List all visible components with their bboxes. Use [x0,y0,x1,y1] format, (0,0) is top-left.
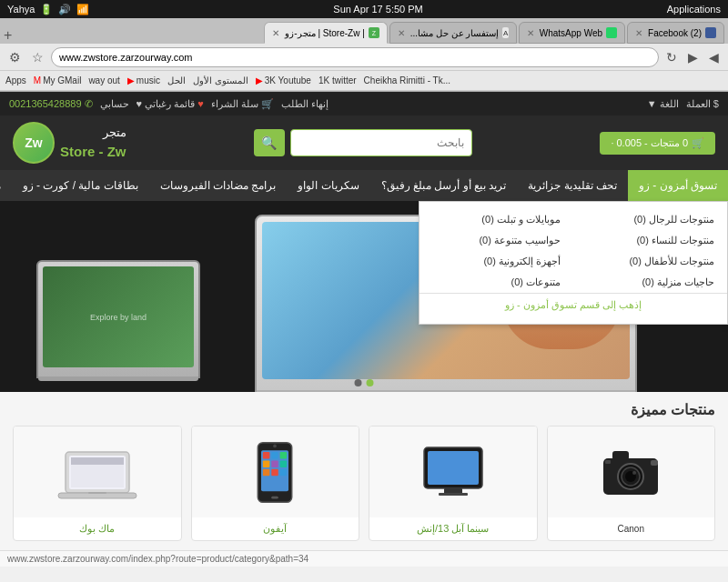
macbook-svg [56,443,138,502]
back-button[interactable]: ◀ [705,48,723,66]
bookmarks-bar: Apps M My GMail way out ▶ music الحل الم… [0,71,728,91]
product-card-cinema[interactable]: سينما آبل 13/إنش [369,426,538,541]
language-selector[interactable]: اللغة ▼ [647,98,679,110]
nav-item-crafts[interactable]: تحف تقليدية جزائرية [517,170,628,201]
svg-rect-16 [280,452,288,459]
search-input[interactable] [290,129,472,156]
dropdown-item-computers[interactable]: حواسيب متنوعة (0) [420,230,573,251]
dropdown-item-men[interactable]: منتوجات للرجال (0) [573,209,727,230]
svg-rect-6 [651,460,658,466]
wifi-icon: 📶 [76,4,89,15]
iphone-svg [248,438,302,507]
product-card-camera[interactable]: Canon [547,426,716,541]
dropdown-item-electronics[interactable]: أجهزة إلكترونية (0) [420,251,573,272]
tab-arabic-close[interactable]: ✕ [398,28,405,38]
dropdown-item-children[interactable]: منتوجات للأطفال (0) [573,251,727,272]
small-laptop-screen: Explore by land [43,266,194,367]
iphone-product-img [192,426,359,517]
tab-facebook-close[interactable]: ✕ [635,28,642,38]
bookmark-alhel[interactable]: الحل [167,75,186,85]
svg-rect-5 [612,451,629,460]
refresh-button[interactable]: ↻ [662,48,681,66]
bookmark-cheikha[interactable]: Cheikha Rimitti - Tk... [364,75,450,85]
bookmark-apps[interactable]: Apps [5,75,26,85]
cart-link[interactable]: 🛒 سلة الشراء [211,98,274,110]
nav-item-cards[interactable]: بطاقات مالية / كورت - زو [12,170,149,201]
account-link[interactable]: حسابي [100,98,129,110]
dropdown-item-women[interactable]: منتوجات للنساء (0) [573,230,727,251]
dropdown-item-various[interactable]: متنوعات (0) [420,272,573,293]
logo-text: متجر Store - Zw [60,125,126,160]
mac-product-img [14,426,181,517]
os-applications-label[interactable]: Applications [667,4,721,15]
svg-rect-20 [263,468,270,476]
bookmark-music-label: music [136,75,160,85]
cart-icon-header: 🛒 [692,137,704,149]
bookmark-wayout[interactable]: way out [88,75,119,85]
product-card-mac[interactable]: ماك بوك [13,426,182,541]
tab-whatsapp[interactable]: WhatsApp Web ✕ [519,22,625,44]
svg-rect-22 [280,468,288,476]
new-tab-button[interactable]: + [4,27,12,44]
hero-dot-2[interactable] [355,379,362,386]
svg-rect-19 [280,460,288,467]
logo-zw: Zw [25,135,42,150]
end-order-link[interactable]: إنهاء الطلب [281,98,329,110]
bookmark-twitter[interactable]: 1K twitter [318,75,357,85]
bookmark-level[interactable]: المستوى الأول [193,75,248,85]
extensions-button[interactable]: ⚙ [5,48,25,66]
nav-item-sweets[interactable]: سكريات الواو [287,170,369,201]
search-area: 🔍 [254,129,472,156]
bookmark-button[interactable]: ☆ [28,48,47,66]
tab-whatsapp-close[interactable]: ✕ [527,28,534,38]
featured-section: منتجات مميزة Cano [0,392,728,550]
product-card-iphone[interactable]: آيفون [191,426,360,541]
svg-rect-11 [439,493,468,496]
bookmark-3k-label: 3K Youtube [265,75,311,85]
tabs-bar: (2) Facebook ✕ WhatsApp Web ✕ A إستفسار … [0,18,728,44]
logo-area[interactable]: متجر Store - Zw Zw [13,122,126,164]
svg-rect-21 [272,468,279,476]
site-header: 🛒 0 منتجات - 0.005 · 🔍 متجر Store - Zw Z… [0,115,728,170]
camera-svg [594,440,667,504]
battery-icon: 🔋 [40,4,53,15]
tab-whatsapp-label: WhatsApp Web [540,28,602,38]
nav-item-antivirus[interactable]: برامج مضادات الفيروسات [149,170,288,201]
dropdown-item-mobiles[interactable]: موبايلات و تبلت (0) [420,209,573,230]
forward-button[interactable]: ▶ [684,48,702,66]
top-strip-left: إنهاء الطلب 🛒 سلة الشراء ♥ قائمة رغباتي … [9,98,329,110]
currency-selector[interactable]: $ العملة [686,98,719,110]
cart-button[interactable]: 🛒 0 منتجات - 0.005 · [600,132,715,155]
tab-facebook[interactable]: (2) Facebook ✕ [627,22,724,44]
phone-number: 0021365428889 ✆ [9,98,93,110]
bookmark-3k-youtube[interactable]: ▶ 3K Youtube [256,75,311,85]
small-laptop: Explore by land [36,260,200,378]
os-user[interactable]: Yahya [7,4,35,15]
bookmark-gmail[interactable]: M My GMail [34,75,82,85]
featured-title: منتجات مميزة [13,401,715,418]
nav-item-send-money[interactable]: تريد بيع أو أرسل مبلغ رفيق؟ [370,170,518,201]
url-bar[interactable] [51,47,659,67]
mac-name: ماك بوك [14,517,181,540]
tab-store-close[interactable]: ✕ [272,28,279,38]
nav-item-phones[interactable]: منتجات وماعات أقفيو [0,170,12,201]
logo-sub-text: Store - Zw [60,144,126,159]
status-url: www.zwstore.zarzourway.com/index.php?rou… [7,554,308,564]
svg-rect-18 [272,460,279,467]
dropdown-item-home[interactable]: حاجيات منزلية (0) [573,272,727,293]
tab-arabic[interactable]: A إستفسار عن حل مشا... ✕ [389,22,517,44]
dropdown-footer[interactable]: إذهب إلى قسم تسوق أمزون - زو [420,293,727,316]
hero-dot-1[interactable] [367,379,374,386]
cart-icon: 🛒 [261,98,274,109]
svg-rect-15 [272,452,279,459]
svg-rect-24 [272,496,279,498]
tab-store-zw[interactable]: Z | Store-Zw | متجر-زو ✕ [264,22,387,44]
search-button[interactable]: 🔍 [254,129,285,156]
wishlist-link[interactable]: ♥ قائمة رغباتي ♥ [136,98,204,110]
cinema-name: سينما آبل 13/إنش [369,517,537,540]
bookmark-music[interactable]: ▶ music [127,75,160,85]
products-grid: Canon سينما آبل 13/إنش [13,426,715,541]
small-laptop-base [38,376,198,381]
nav-item-amozn[interactable]: تسوق أمزون - زو [628,170,728,201]
gmail-icon: M [34,75,41,85]
